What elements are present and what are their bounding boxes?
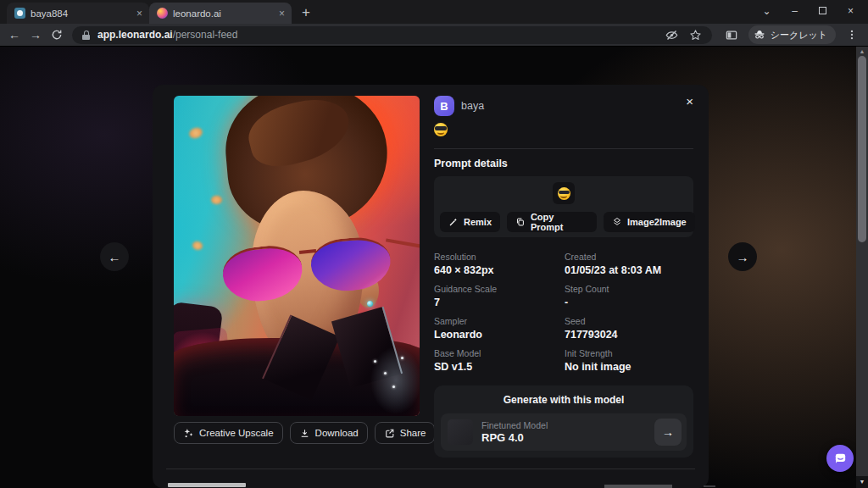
sparkle-icon (183, 428, 194, 439)
reload-icon (51, 29, 63, 41)
jacket-stud (384, 372, 387, 374)
meta-init-strength: Init Strength No init image (565, 348, 693, 373)
copy-prompt-button[interactable]: Copy Prompt (507, 212, 597, 232)
hidden-eye-button[interactable] (665, 29, 678, 42)
scrollbar-up-icon[interactable]: ▲ (856, 48, 868, 54)
model-name: RPG 4.0 (481, 431, 646, 444)
scrollbar-thumb[interactable] (858, 56, 866, 242)
tab-leonardo-ai[interactable]: leonardo.ai × (149, 3, 292, 24)
reload-button[interactable] (51, 29, 63, 41)
tab-strip: baya884 × leonardo.ai × + ⌄ – × (0, 0, 868, 24)
image2image-label: Image2Image (627, 217, 687, 227)
tab-close-icon[interactable]: × (136, 8, 142, 19)
prompt-emoji-tile (553, 182, 575, 204)
jacket-stud (401, 357, 403, 359)
leonardo-favicon (157, 8, 168, 19)
cutoff-element (704, 485, 715, 487)
layers-icon (612, 217, 622, 227)
share-icon (384, 428, 395, 439)
forward-button[interactable]: → (30, 29, 42, 41)
download-icon (299, 428, 310, 439)
maximize-button[interactable] (809, 6, 837, 16)
cutoff-section-heading (168, 483, 246, 487)
tab-close-icon[interactable]: × (279, 8, 285, 19)
minimize-button[interactable]: – (781, 6, 809, 16)
jacket-shine (370, 347, 420, 414)
model-type-label: Finetuned Model (481, 420, 646, 430)
copy-icon (515, 217, 526, 227)
generated-image[interactable]: SN (174, 96, 420, 416)
meta-resolution: Resolution 640 × 832px (434, 252, 565, 276)
cutoff-element (604, 485, 672, 488)
bookmark-button[interactable] (689, 29, 702, 42)
scrollbar-down-icon[interactable]: ▼ (856, 476, 868, 488)
portrait-earring (367, 301, 373, 307)
next-image-button[interactable]: → (728, 242, 757, 271)
user-row: B baya (434, 95, 693, 117)
tab-favicon (14, 8, 25, 19)
meta-value: 01/05/23 at 8:03 AM (565, 264, 693, 276)
wand-icon (448, 217, 459, 227)
meta-sampler: Sampler Leonardo (434, 316, 565, 341)
meta-base-model: Base Model SD v1.5 (434, 348, 565, 373)
side-panel-icon (725, 29, 738, 42)
remix-button[interactable]: Remix (440, 212, 500, 232)
meta-value: 640 × 832px (434, 264, 565, 276)
divider (434, 148, 693, 149)
generate-with-model-section: Generate with this model Finetuned Model… (434, 385, 693, 458)
share-button[interactable]: Share (375, 422, 436, 444)
image-detail-modal: SN Creative Upscale Download (153, 85, 709, 488)
creative-upscale-button[interactable]: Creative Upscale (174, 422, 283, 444)
maximize-icon (819, 7, 826, 14)
meta-label: Resolution (434, 252, 565, 262)
page-backdrop: ← → SN (0, 47, 868, 488)
incognito-label: シークレット (771, 29, 827, 42)
user-avatar[interactable]: B (434, 96, 454, 116)
meta-label: Sampler (434, 316, 565, 326)
meta-label: Step Count (565, 284, 693, 294)
tab-baya884[interactable]: baya884 × (7, 3, 149, 24)
close-window-button[interactable]: × (837, 6, 865, 16)
sunglasses-emoji-icon (558, 187, 570, 200)
prompt-details-title: Prompt details (434, 158, 693, 169)
window-controls: ⌄ – × (753, 0, 865, 22)
new-tab-button[interactable]: + (302, 5, 310, 19)
username[interactable]: baya (461, 100, 484, 112)
chat-support-button[interactable] (826, 445, 854, 472)
tab-title: baya884 (31, 8, 131, 19)
browser-toolbar: ← → app.leonardo.ai/personal-feed シークレット (0, 24, 868, 47)
meta-label: Created (565, 252, 693, 262)
back-button[interactable]: ← (8, 29, 20, 41)
bokeh-light (211, 196, 222, 204)
metadata-grid: Resolution 640 × 832px Created 01/05/23 … (434, 252, 693, 373)
copy-prompt-label: Copy Prompt (531, 212, 588, 232)
meta-label: Init Strength (565, 348, 693, 358)
tab-title: leonardo.ai (173, 8, 274, 19)
meta-step-count: Step Count - (565, 284, 693, 308)
page-scrollbar[interactable]: ▲ ▼ (856, 47, 868, 488)
creative-upscale-label: Creative Upscale (199, 428, 274, 438)
kebab-menu-icon (846, 29, 858, 41)
model-card[interactable]: Finetuned Model RPG 4.0 → (441, 413, 687, 451)
url-path: /personal-feed (173, 29, 238, 41)
download-label: Download (315, 428, 359, 438)
previous-image-button[interactable]: ← (100, 242, 129, 271)
meta-label: Base Model (434, 348, 565, 358)
generate-arrow-button[interactable]: → (654, 419, 682, 446)
meta-value: - (565, 297, 693, 308)
jacket-stud (374, 360, 376, 363)
address-bar[interactable]: app.leonardo.ai/personal-feed (72, 26, 712, 44)
url-domain: app.leonardo.ai (97, 29, 173, 41)
image2image-button[interactable]: Image2Image (604, 212, 695, 232)
share-label: Share (400, 428, 426, 438)
side-panel-button[interactable] (725, 29, 738, 42)
detail-panel: B baya Prompt details Remix Copy Pro (434, 95, 693, 458)
incognito-icon (753, 28, 766, 42)
tab-search-button[interactable]: ⌄ (753, 6, 781, 16)
incognito-badge: シークレット (748, 25, 836, 44)
download-button[interactable]: Download (290, 422, 368, 444)
model-texts: Finetuned Model RPG 4.0 (481, 420, 646, 444)
browser-menu-button[interactable] (846, 29, 858, 41)
meta-value: No init image (565, 361, 693, 373)
eye-off-icon (665, 29, 678, 42)
